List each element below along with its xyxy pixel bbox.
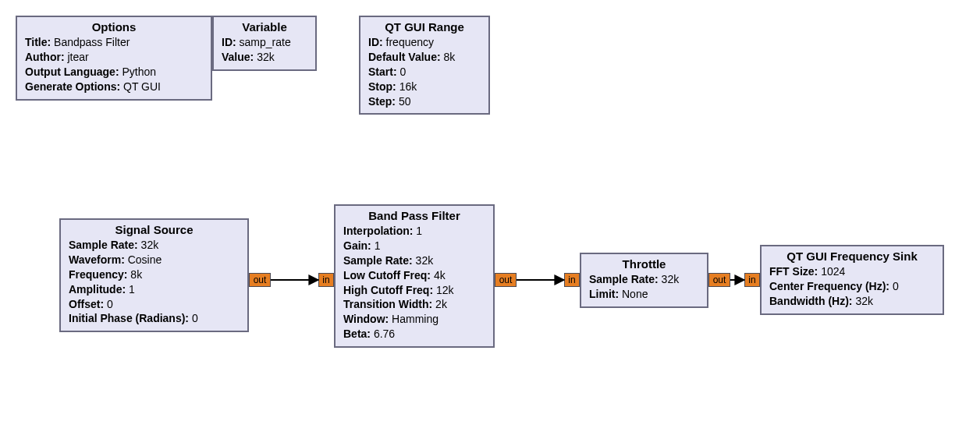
- block-field: Stop: 16k: [368, 80, 481, 94]
- block-title: Band Pass Filter: [343, 209, 485, 222]
- port-out[interactable]: out: [495, 273, 517, 287]
- port-out[interactable]: out: [249, 273, 271, 287]
- flowgraph-canvas[interactable]: Options Title: Bandpass Filter Author: j…: [0, 0, 980, 439]
- block-field: Value: 32k: [222, 50, 307, 65]
- block-field: Limit: None: [589, 287, 699, 302]
- block-field: Low Cutoff Freq: 4k: [343, 268, 485, 283]
- block-field: ID: frequency: [368, 35, 481, 50]
- block-field: Transition Width: 2k: [343, 297, 485, 312]
- block-field: Initial Phase (Radians): 0: [69, 311, 240, 326]
- block-field: Waveform: Cosine: [69, 253, 240, 267]
- block-field: Gain: 1: [343, 239, 485, 253]
- block-field: Beta: 6.76: [343, 327, 485, 342]
- block-field: Frequency: 8k: [69, 267, 240, 282]
- block-field: ID: samp_rate: [222, 35, 307, 50]
- block-field: Generate Options: QT GUI: [25, 80, 203, 94]
- block-variable[interactable]: Variable ID: samp_rate Value: 32k: [212, 16, 317, 71]
- block-title: Variable: [222, 20, 307, 34]
- block-field: Author: jtear: [25, 50, 203, 65]
- block-field: Sample Rate: 32k: [69, 238, 240, 253]
- block-throttle[interactable]: Throttle Sample Rate: 32k Limit: None: [580, 253, 708, 308]
- block-signal-source[interactable]: Signal Source Sample Rate: 32k Waveform:…: [59, 218, 249, 332]
- block-band-pass-filter[interactable]: Band Pass Filter Interpolation: 1 Gain: …: [334, 204, 495, 348]
- block-field: Sample Rate: 32k: [343, 253, 485, 268]
- block-title: Throttle: [589, 257, 699, 271]
- block-title: Options: [25, 20, 203, 34]
- block-field: Default Value: 8k: [368, 50, 481, 65]
- block-title: QT GUI Range: [368, 20, 481, 34]
- port-in[interactable]: in: [564, 273, 580, 287]
- port-in[interactable]: in: [318, 273, 334, 287]
- block-options[interactable]: Options Title: Bandpass Filter Author: j…: [16, 16, 212, 101]
- block-field: Interpolation: 1: [343, 224, 485, 239]
- block-title: QT GUI Frequency Sink: [769, 250, 935, 263]
- block-field: Window: Hamming: [343, 312, 485, 327]
- block-field: Center Frequency (Hz): 0: [769, 279, 935, 294]
- block-title: Signal Source: [69, 223, 240, 236]
- block-field: Output Language: Python: [25, 65, 203, 80]
- port-in[interactable]: in: [744, 273, 760, 287]
- block-field: FFT Size: 1024: [769, 264, 935, 279]
- block-field: Title: Bandpass Filter: [25, 35, 203, 50]
- block-field: Amplitude: 1: [69, 282, 240, 297]
- block-field: Sample Rate: 32k: [589, 272, 699, 287]
- block-qt-gui-frequency-sink[interactable]: QT GUI Frequency Sink FFT Size: 1024 Cen…: [760, 245, 944, 315]
- block-field: Offset: 0: [69, 297, 240, 312]
- block-qt-gui-range[interactable]: QT GUI Range ID: frequency Default Value…: [359, 16, 490, 115]
- block-field: Start: 0: [368, 65, 481, 80]
- block-field: Step: 50: [368, 94, 481, 109]
- block-field: Bandwidth (Hz): 32k: [769, 294, 935, 309]
- block-field: High Cutoff Freq: 12k: [343, 283, 485, 298]
- port-out[interactable]: out: [708, 273, 730, 287]
